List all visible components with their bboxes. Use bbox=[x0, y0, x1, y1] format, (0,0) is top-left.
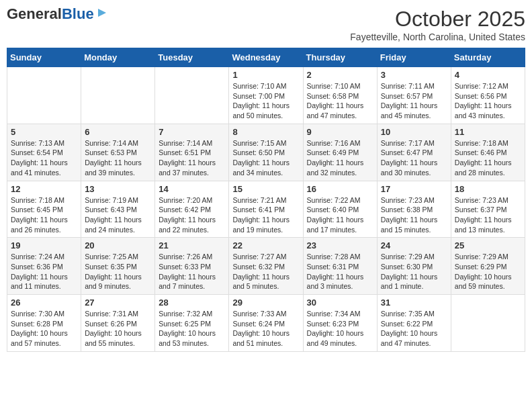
calendar-cell bbox=[81, 67, 155, 124]
weekday-header-tuesday: Tuesday bbox=[155, 48, 229, 67]
day-number: 8 bbox=[232, 127, 299, 137]
calendar-cell: 6Sunrise: 7:14 AMSunset: 6:53 PMDaylight… bbox=[81, 124, 155, 181]
day-number: 29 bbox=[232, 298, 299, 308]
logo-text: GeneralBlue bbox=[7, 7, 94, 21]
calendar-cell: 10Sunrise: 7:17 AMSunset: 6:47 PMDayligh… bbox=[377, 124, 451, 181]
cell-content: Sunrise: 7:18 AMSunset: 6:45 PMDaylight:… bbox=[11, 195, 77, 235]
cell-content: Sunrise: 7:21 AMSunset: 6:41 PMDaylight:… bbox=[232, 195, 299, 235]
weekday-header-sunday: Sunday bbox=[7, 48, 81, 67]
calendar-cell: 29Sunrise: 7:33 AMSunset: 6:24 PMDayligh… bbox=[229, 295, 303, 352]
calendar-cell: 15Sunrise: 7:21 AMSunset: 6:41 PMDayligh… bbox=[229, 181, 303, 238]
weekday-header-monday: Monday bbox=[81, 48, 155, 67]
cell-content: Sunrise: 7:18 AMSunset: 6:46 PMDaylight:… bbox=[455, 138, 521, 178]
calendar-cell: 30Sunrise: 7:34 AMSunset: 6:23 PMDayligh… bbox=[303, 295, 377, 352]
svg-marker-0 bbox=[98, 9, 106, 17]
cell-content: Sunrise: 7:30 AMSunset: 6:28 PMDaylight:… bbox=[11, 309, 77, 349]
day-number: 15 bbox=[232, 184, 299, 194]
day-number: 31 bbox=[381, 298, 447, 308]
cell-content: Sunrise: 7:16 AMSunset: 6:49 PMDaylight:… bbox=[307, 138, 373, 178]
calendar-week-row: 5Sunrise: 7:13 AMSunset: 6:54 PMDaylight… bbox=[7, 124, 525, 181]
calendar-cell: 11Sunrise: 7:18 AMSunset: 6:46 PMDayligh… bbox=[451, 124, 525, 181]
day-number: 17 bbox=[381, 184, 447, 194]
cell-content: Sunrise: 7:11 AMSunset: 6:57 PMDaylight:… bbox=[381, 81, 447, 121]
page-header: GeneralBlue October 2025 Fayetteville, N… bbox=[7, 7, 525, 42]
calendar-cell: 3Sunrise: 7:11 AMSunset: 6:57 PMDaylight… bbox=[377, 67, 451, 124]
day-number: 14 bbox=[159, 184, 225, 194]
cell-content: Sunrise: 7:10 AMSunset: 6:58 PMDaylight:… bbox=[307, 81, 373, 121]
calendar-cell: 1Sunrise: 7:10 AMSunset: 7:00 PMDaylight… bbox=[229, 67, 303, 124]
calendar-cell: 25Sunrise: 7:29 AMSunset: 6:29 PMDayligh… bbox=[451, 238, 525, 295]
calendar-cell: 20Sunrise: 7:25 AMSunset: 6:35 PMDayligh… bbox=[81, 238, 155, 295]
cell-content: Sunrise: 7:35 AMSunset: 6:22 PMDaylight:… bbox=[381, 309, 447, 349]
cell-content: Sunrise: 7:31 AMSunset: 6:26 PMDaylight:… bbox=[85, 309, 151, 349]
cell-content: Sunrise: 7:15 AMSunset: 6:50 PMDaylight:… bbox=[232, 138, 299, 178]
cell-content: Sunrise: 7:19 AMSunset: 6:43 PMDaylight:… bbox=[85, 195, 151, 235]
day-number: 10 bbox=[381, 127, 447, 137]
calendar-cell: 4Sunrise: 7:12 AMSunset: 6:56 PMDaylight… bbox=[451, 67, 525, 124]
calendar-cell: 22Sunrise: 7:27 AMSunset: 6:32 PMDayligh… bbox=[229, 238, 303, 295]
cell-content: Sunrise: 7:26 AMSunset: 6:33 PMDaylight:… bbox=[159, 252, 225, 291]
calendar-cell: 2Sunrise: 7:10 AMSunset: 6:58 PMDaylight… bbox=[303, 67, 377, 124]
cell-content: Sunrise: 7:29 AMSunset: 6:29 PMDaylight:… bbox=[455, 252, 521, 291]
day-number: 5 bbox=[11, 127, 77, 137]
cell-content: Sunrise: 7:33 AMSunset: 6:24 PMDaylight:… bbox=[232, 309, 299, 349]
cell-content: Sunrise: 7:29 AMSunset: 6:30 PMDaylight:… bbox=[381, 252, 447, 291]
day-number: 18 bbox=[455, 184, 521, 194]
cell-content: Sunrise: 7:28 AMSunset: 6:31 PMDaylight:… bbox=[307, 252, 373, 291]
weekday-header-thursday: Thursday bbox=[303, 48, 377, 67]
day-number: 24 bbox=[381, 240, 447, 250]
day-number: 13 bbox=[85, 184, 151, 194]
calendar-week-row: 1Sunrise: 7:10 AMSunset: 7:00 PMDaylight… bbox=[7, 67, 525, 124]
calendar-cell: 19Sunrise: 7:24 AMSunset: 6:36 PMDayligh… bbox=[7, 238, 81, 295]
calendar-cell: 5Sunrise: 7:13 AMSunset: 6:54 PMDaylight… bbox=[7, 124, 81, 181]
calendar-cell: 26Sunrise: 7:30 AMSunset: 6:28 PMDayligh… bbox=[7, 295, 81, 352]
cell-content: Sunrise: 7:27 AMSunset: 6:32 PMDaylight:… bbox=[232, 252, 299, 291]
day-number: 22 bbox=[232, 240, 299, 250]
calendar-cell: 24Sunrise: 7:29 AMSunset: 6:30 PMDayligh… bbox=[377, 238, 451, 295]
calendar-cell: 27Sunrise: 7:31 AMSunset: 6:26 PMDayligh… bbox=[81, 295, 155, 352]
day-number: 9 bbox=[307, 127, 373, 137]
cell-content: Sunrise: 7:34 AMSunset: 6:23 PMDaylight:… bbox=[307, 309, 373, 349]
calendar-week-row: 19Sunrise: 7:24 AMSunset: 6:36 PMDayligh… bbox=[7, 238, 525, 295]
calendar-week-row: 12Sunrise: 7:18 AMSunset: 6:45 PMDayligh… bbox=[7, 181, 525, 238]
logo-arrow-icon bbox=[95, 6, 109, 19]
day-number: 2 bbox=[307, 70, 373, 80]
calendar-cell: 9Sunrise: 7:16 AMSunset: 6:49 PMDaylight… bbox=[303, 124, 377, 181]
cell-content: Sunrise: 7:10 AMSunset: 7:00 PMDaylight:… bbox=[232, 81, 299, 121]
weekday-header-saturday: Saturday bbox=[451, 48, 525, 67]
location: Fayetteville, North Carolina, United Sta… bbox=[350, 32, 525, 42]
cell-content: Sunrise: 7:25 AMSunset: 6:35 PMDaylight:… bbox=[85, 252, 151, 291]
title-block: October 2025 Fayetteville, North Carolin… bbox=[350, 7, 525, 42]
day-number: 11 bbox=[455, 127, 521, 137]
cell-content: Sunrise: 7:23 AMSunset: 6:38 PMDaylight:… bbox=[381, 195, 447, 235]
calendar-table: SundayMondayTuesdayWednesdayThursdayFrid… bbox=[7, 48, 525, 352]
calendar-cell: 7Sunrise: 7:14 AMSunset: 6:51 PMDaylight… bbox=[155, 124, 229, 181]
day-number: 4 bbox=[455, 70, 521, 80]
calendar-cell: 28Sunrise: 7:32 AMSunset: 6:25 PMDayligh… bbox=[155, 295, 229, 352]
cell-content: Sunrise: 7:24 AMSunset: 6:36 PMDaylight:… bbox=[11, 252, 77, 291]
calendar-cell bbox=[155, 67, 229, 124]
cell-content: Sunrise: 7:14 AMSunset: 6:53 PMDaylight:… bbox=[85, 138, 151, 178]
day-number: 20 bbox=[85, 240, 151, 250]
day-number: 19 bbox=[11, 240, 77, 250]
day-number: 25 bbox=[455, 240, 521, 250]
calendar-cell: 12Sunrise: 7:18 AMSunset: 6:45 PMDayligh… bbox=[7, 181, 81, 238]
day-number: 3 bbox=[381, 70, 447, 80]
calendar-cell bbox=[451, 295, 525, 352]
day-number: 21 bbox=[159, 240, 225, 250]
calendar-cell: 18Sunrise: 7:23 AMSunset: 6:37 PMDayligh… bbox=[451, 181, 525, 238]
weekday-header-wednesday: Wednesday bbox=[229, 48, 303, 67]
calendar-cell: 31Sunrise: 7:35 AMSunset: 6:22 PMDayligh… bbox=[377, 295, 451, 352]
day-number: 30 bbox=[307, 298, 373, 308]
calendar-cell: 14Sunrise: 7:20 AMSunset: 6:42 PMDayligh… bbox=[155, 181, 229, 238]
day-number: 6 bbox=[85, 127, 151, 137]
day-number: 23 bbox=[307, 240, 373, 250]
day-number: 12 bbox=[11, 184, 77, 194]
day-number: 28 bbox=[159, 298, 225, 308]
day-number: 7 bbox=[159, 127, 225, 137]
calendar-week-row: 26Sunrise: 7:30 AMSunset: 6:28 PMDayligh… bbox=[7, 295, 525, 352]
day-number: 27 bbox=[85, 298, 151, 308]
calendar-cell: 13Sunrise: 7:19 AMSunset: 6:43 PMDayligh… bbox=[81, 181, 155, 238]
calendar-cell: 16Sunrise: 7:22 AMSunset: 6:40 PMDayligh… bbox=[303, 181, 377, 238]
weekday-header-friday: Friday bbox=[377, 48, 451, 67]
